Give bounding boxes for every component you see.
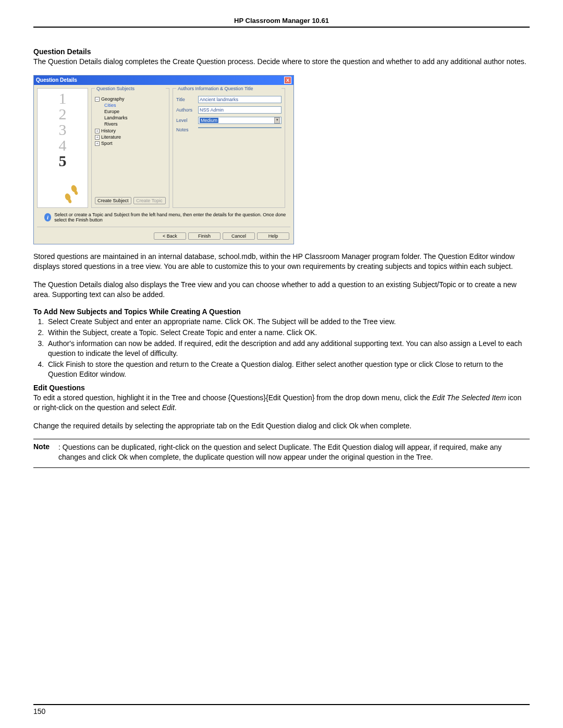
graphic-num: 3 [59,122,67,138]
back-button[interactable]: < Back [154,232,186,240]
tree-topic[interactable]: Landmarks [104,115,166,121]
edit-questions-heading: Edit Questions [33,384,530,392]
tree-topic[interactable]: Rivers [104,121,166,127]
close-icon[interactable]: X [284,77,291,84]
list-item: Author's information can now be added. I… [46,339,530,359]
question-details-dialog: Question Details X 1 2 3 4 5 [33,75,294,244]
page-header: HP Classroom Manager 10.61 [33,17,530,28]
note-block: Note : Questions can be duplicated, righ… [33,442,530,462]
edit-questions-para2: Change the required details by selecting… [33,421,530,431]
level-select[interactable]: Medium ▾ [198,117,282,124]
level-label: Level [176,118,195,123]
page-number: 150 [33,707,45,715]
level-value: Medium [200,118,218,123]
dialog-title: Question Details [36,77,77,83]
tree-collapse-icon[interactable]: − [95,97,100,102]
authors-label: Authors [176,107,195,113]
info-text: Select or create a Topic and Subject fro… [54,212,287,223]
title-label: Title [176,97,195,102]
graphic-num: 1 [59,91,67,106]
tree-expand-icon[interactable]: + [95,141,100,146]
stored-questions-para: Stored questions are maintained in an in… [33,252,530,272]
tree-expand-icon[interactable]: + [95,135,100,140]
authors-info-panel: Authors Information & Question Title Tit… [173,88,285,208]
page-footer: 150 [33,704,530,715]
add-subjects-list: Select Create Subject and enter an appro… [46,317,530,379]
chevron-down-icon[interactable]: ▾ [274,117,280,124]
footprints-icon [63,184,80,205]
tree-subject[interactable]: History [101,128,116,133]
graphic-num-active: 5 [59,153,67,169]
tree-view-para: The Question Details dialog also display… [33,280,530,300]
dialog-left-graphic: 1 2 3 4 5 [37,88,88,208]
section-question-details-heading: Question Details [33,47,530,56]
graphic-num: 4 [59,138,67,153]
list-item: Click Finish to store the question and r… [46,360,530,379]
list-item: Select Create Subject and enter an appro… [46,317,530,327]
add-subjects-heading: To Add New Subjects and Topics While Cre… [33,307,530,316]
subjects-panel-title: Question Subjects [95,86,166,91]
note-text: : Questions can be duplicated, right-cli… [58,442,530,462]
help-button[interactable]: Help [257,232,289,240]
authors-panel-title: Authors Information & Question Title [176,86,282,91]
horizontal-rule [33,439,530,439]
create-topic-button[interactable]: Create Topic [133,197,166,204]
authors-input[interactable]: NSS Admin [198,106,282,114]
tree-subject[interactable]: Geography [101,96,125,102]
cancel-button[interactable]: Cancel [223,232,255,240]
finish-button[interactable]: Finish [188,232,221,240]
horizontal-rule [33,467,530,468]
edit-questions-para: To edit a stored question, highlight it … [33,393,530,413]
graphic-num: 2 [59,106,67,122]
subjects-tree[interactable]: −Geography Cities Europe Landmarks River… [95,96,166,196]
section-question-details-para: The Question Details dialog completes th… [33,57,530,67]
tree-subject[interactable]: Sport [101,141,113,146]
list-item: Within the Subject, create a Topic. Sele… [46,328,530,338]
notes-textarea[interactable] [198,127,282,128]
title-input[interactable]: Ancient landmarks [198,96,282,103]
question-subjects-panel: Question Subjects −Geography Cities Euro… [91,88,169,208]
create-subject-button[interactable]: Create Subject [95,197,131,204]
notes-label: Notes [176,127,195,132]
dialog-titlebar[interactable]: Question Details X [34,76,293,85]
tree-expand-icon[interactable]: + [95,129,100,133]
info-icon: i [44,213,51,221]
tree-subject[interactable]: Literature [101,134,121,140]
note-label: Note [33,442,58,462]
tree-topic[interactable]: Europe [104,108,166,115]
tree-topic[interactable]: Cities [104,102,166,108]
